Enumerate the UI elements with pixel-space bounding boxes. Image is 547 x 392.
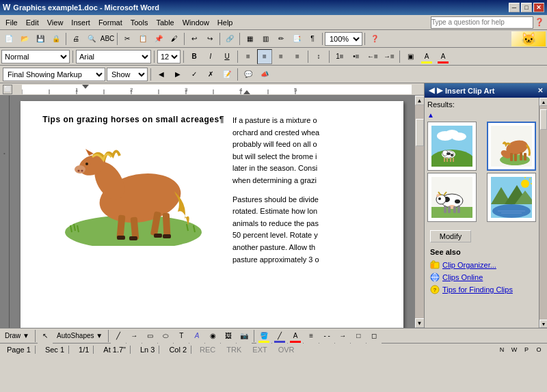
justify-button[interactable]: ≡ <box>290 49 305 64</box>
web-view-button[interactable]: W <box>509 345 520 354</box>
spell-button[interactable]: ABC <box>100 31 115 46</box>
clip-art-back-icon[interactable]: ◀ <box>429 86 434 95</box>
new-button[interactable]: 📄 <box>1 31 16 46</box>
clip-organizer-link[interactable]: Clip Organizer... <box>427 259 544 271</box>
drawing-button[interactable]: ✏ <box>274 31 289 46</box>
print-layout-button[interactable]: P <box>521 345 532 354</box>
wordart-button[interactable]: A <box>189 328 204 344</box>
table-button[interactable]: ▦ <box>242 31 257 46</box>
clip-art-forward-icon[interactable]: ▶ <box>437 86 442 95</box>
cut-button[interactable]: ✂ <box>120 31 135 46</box>
panel-scroll-up-button[interactable]: ▲ <box>427 111 434 119</box>
page-scroll-container[interactable]: Tips on grazing horses on small acreages… <box>10 96 414 328</box>
highlight-button[interactable]: A <box>419 49 434 64</box>
document-map-button[interactable]: 📑 <box>289 31 304 46</box>
style-select[interactable]: Normal <box>1 50 70 64</box>
rectangle-button[interactable]: ▭ <box>142 328 157 344</box>
columns-button[interactable]: ▥ <box>258 31 273 46</box>
align-right-button[interactable]: ≡ <box>274 49 289 64</box>
reject-change-button[interactable]: ✗ <box>203 67 218 82</box>
next-change-button[interactable]: ▶ <box>170 67 185 82</box>
line-spacing-button[interactable]: ↕ <box>311 49 326 64</box>
menu-tools[interactable]: Tools <box>126 17 152 28</box>
paste-button[interactable]: 📌 <box>151 31 166 46</box>
numbering-button[interactable]: 1≡ <box>332 49 347 64</box>
copy-button[interactable]: 📋 <box>135 31 150 46</box>
fill-color-button[interactable]: 🪣 <box>256 328 271 344</box>
bullets-button[interactable]: •≡ <box>349 49 364 64</box>
italic-button[interactable]: I <box>203 49 218 64</box>
maximize-button[interactable]: □ <box>521 3 532 12</box>
menu-insert[interactable]: Insert <box>67 17 94 28</box>
menu-window[interactable]: Window <box>178 17 213 28</box>
select-objects-button[interactable]: ↖ <box>38 328 53 344</box>
3d-button[interactable]: ◻ <box>366 328 382 344</box>
diagram-button[interactable]: ◉ <box>205 328 220 344</box>
outside-border-button[interactable]: ▣ <box>403 49 418 64</box>
show-select[interactable]: Show <box>107 68 148 81</box>
menu-edit[interactable]: Edit <box>22 17 43 28</box>
modify-button[interactable]: Modify <box>430 230 471 242</box>
picture-button[interactable]: 📷 <box>237 328 252 344</box>
clipart-button[interactable]: 🖼 <box>221 328 236 344</box>
font-color-button[interactable]: A <box>436 49 451 64</box>
comment-button[interactable]: 💬 <box>241 67 256 82</box>
line-button[interactable]: ╱ <box>111 328 126 344</box>
panel-vertical-scroll[interactable]: ▲ ▼ <box>539 98 547 328</box>
hyperlink-button[interactable]: 🔗 <box>222 31 237 46</box>
line-style-button[interactable]: ≡ <box>304 328 319 344</box>
normal-view-button[interactable]: N <box>496 345 507 354</box>
format-painter-button[interactable]: 🖌 <box>167 31 182 46</box>
panel-scroll-thumb[interactable] <box>540 109 547 130</box>
menu-file[interactable]: File <box>1 17 22 28</box>
increase-indent-button[interactable]: →≡ <box>382 49 397 64</box>
font-color-draw-button[interactable]: A <box>288 328 303 344</box>
bold-button[interactable]: B <box>187 49 202 64</box>
close-button[interactable]: ✕ <box>533 3 544 12</box>
track-changes-button[interactable]: 📝 <box>219 67 235 82</box>
help-button[interactable]: ❓ <box>367 31 382 46</box>
save-button[interactable]: 💾 <box>33 31 48 46</box>
shadow-button[interactable]: □ <box>351 328 366 344</box>
autoshapes-button[interactable]: AutoShapes ▼ <box>53 330 106 342</box>
print-button[interactable]: 🖨 <box>68 31 83 46</box>
zoom-select[interactable]: 100% 75% 150% <box>325 32 362 46</box>
align-center-button[interactable]: ≡ <box>257 49 272 64</box>
dash-style-button[interactable]: - - <box>319 328 334 344</box>
underline-button[interactable]: U <box>219 49 235 64</box>
oval-button[interactable]: ⬭ <box>158 328 173 344</box>
draw-menu-button[interactable]: Draw ▼ <box>1 330 33 342</box>
prev-change-button[interactable]: ◀ <box>154 67 169 82</box>
permission-button[interactable]: 🔒 <box>49 31 64 46</box>
clip-thumb-3[interactable] <box>427 173 477 222</box>
print-preview-button[interactable]: 🔍 <box>84 31 99 46</box>
outline-view-button[interactable]: O <box>533 345 544 354</box>
panel-close-button[interactable]: ✕ <box>537 87 543 94</box>
undo-button[interactable]: ↩ <box>187 31 202 46</box>
clips-online-link[interactable]: Clips Online <box>427 271 544 283</box>
line-color-button[interactable]: ╱ <box>272 328 287 344</box>
help-search-input[interactable] <box>431 16 533 29</box>
title-bar-controls[interactable]: ─ □ ✕ <box>509 3 544 12</box>
scroll-down-button[interactable]: ▼ <box>415 318 425 328</box>
menu-view[interactable]: View <box>43 17 68 28</box>
panel-header-icons[interactable]: ✕ <box>537 87 543 94</box>
scroll-up-button[interactable]: ▲ <box>415 96 425 105</box>
minimize-button[interactable]: ─ <box>509 3 520 12</box>
align-left-button[interactable]: ≡ <box>241 49 256 64</box>
textbox-button[interactable]: T <box>174 328 189 344</box>
arrow-style-button[interactable]: → <box>335 328 350 344</box>
scroll-thumb[interactable] <box>416 119 424 146</box>
clip-thumb-1[interactable] <box>427 122 477 171</box>
clip-thumb-2[interactable] <box>487 122 536 171</box>
new-comment-button[interactable]: 📣 <box>257 67 272 82</box>
panel-scroll-down-arrow[interactable]: ▼ <box>539 320 547 328</box>
clip-thumb-4[interactable] <box>487 173 536 222</box>
scroll-track[interactable] <box>415 105 425 318</box>
decrease-indent-button[interactable]: ←≡ <box>365 49 380 64</box>
menu-table[interactable]: Table <box>152 17 178 28</box>
tips-link[interactable]: ? Tips for Finding Clips <box>427 283 544 296</box>
font-select[interactable]: Arial <box>76 50 151 64</box>
redo-button[interactable]: ↪ <box>202 31 217 46</box>
accept-change-button[interactable]: ✓ <box>187 67 202 82</box>
